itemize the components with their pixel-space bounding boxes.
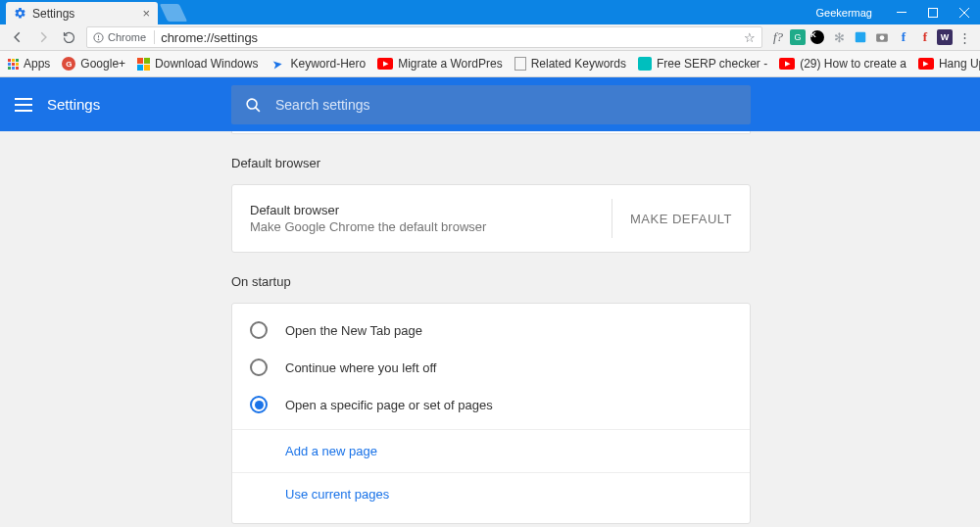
bookmark-serp[interactable]: Free SERP checker - [638,57,767,71]
menu-icon[interactable]: ⋮ [955,27,974,47]
new-tab-button[interactable] [160,4,187,22]
radio-label: Open a specific page or set of pages [285,398,493,412]
minimize-button[interactable] [886,0,917,24]
window-close-button[interactable] [949,0,980,24]
bookmark-keyword-hero[interactable]: ➤Keyword-Hero [270,56,366,72]
ext-save-icon[interactable] [851,27,870,47]
profile-name[interactable]: Geekermag [816,7,872,19]
default-browser-card: Default browser Make Google Chrome the d… [231,184,751,253]
security-indicator[interactable]: Chrome [93,30,155,44]
bookmark-related[interactable]: Related Keywords [514,57,626,71]
svg-point-3 [98,38,99,39]
star-icon[interactable]: ☆ [744,30,756,45]
content-scroll-area[interactable]: Default browser Default browser Make Goo… [0,131,980,527]
close-icon[interactable]: × [142,6,150,21]
omnibox[interactable]: Chrome chrome://settings ☆ [86,26,762,48]
youtube-icon: ▶ [779,58,795,70]
default-browser-label: Default browser [250,203,604,217]
svg-point-6 [880,35,885,40]
radio-button-selected[interactable] [250,396,268,413]
radio-label: Open the New Tab page [285,323,422,338]
search-input[interactable] [275,97,737,113]
startup-option-new-tab[interactable]: Open the New Tab page [232,311,750,349]
hamburger-menu[interactable] [0,98,47,112]
back-button[interactable] [6,25,29,49]
apps-icon [8,59,19,70]
settings-header: Settings [0,77,980,131]
bookmarks-bar: Apps GGoogle+ Download Windows ➤Keyword-… [0,51,980,77]
ext-w-icon[interactable]: W [937,29,953,45]
bookmark-apps[interactable]: Apps [8,57,50,71]
page-title: Settings [47,96,100,113]
url-text: chrome://settings [161,30,744,45]
divider [612,199,612,238]
svg-rect-1 [929,8,938,17]
serp-icon [638,57,652,71]
add-new-page-link[interactable]: Add a new page [285,444,377,458]
svg-rect-8 [15,104,32,106]
googleplus-icon: G [62,57,75,71]
card-edge [231,131,751,134]
bookmark-migrate[interactable]: ▶Migrate a WordPres [377,57,502,71]
make-default-button[interactable]: MAKE DEFAULT [630,212,732,226]
bookmark-howto[interactable]: ▶(29) How to create a [779,57,906,71]
ext-facebook-icon[interactable]: f [894,27,913,47]
address-bar: Chrome chrome://settings ☆ f? G K ✻ f f … [0,24,980,51]
window-titlebar: Settings × Geekermag [0,0,980,24]
svg-rect-4 [856,32,866,43]
page-icon [514,57,526,71]
on-startup-card: Open the New Tab page Continue where you… [231,303,751,524]
ext-f-icon[interactable]: f [915,27,935,47]
radio-button[interactable] [250,359,268,376]
startup-option-specific[interactable]: Open a specific page or set of pages [232,386,750,423]
ext-circle-icon[interactable]: K [808,27,827,47]
microsoft-icon [137,58,150,71]
svg-rect-7 [15,98,32,100]
youtube-icon: ▶ [377,58,393,70]
svg-rect-9 [15,110,32,112]
bookmark-googleplus[interactable]: GGoogle+ [62,57,125,71]
startup-option-continue[interactable]: Continue where you left off [232,349,750,386]
gear-icon [14,7,26,20]
forward-button[interactable] [31,25,55,49]
use-current-pages-row[interactable]: Use current pages [232,472,750,515]
search-settings-box[interactable] [231,85,751,124]
radio-label: Continue where you left off [285,360,436,375]
reload-button[interactable] [57,25,80,49]
browser-tab[interactable]: Settings × [6,2,158,24]
section-title-default-browser: Default browser [231,156,751,170]
use-current-pages-link[interactable]: Use current pages [285,487,389,502]
radio-button[interactable] [250,321,268,339]
bookmark-hangups[interactable]: ▶Hang Ups (Want You [918,57,980,71]
ext-snowflake-icon[interactable]: ✻ [829,27,849,47]
search-icon [245,97,262,114]
bookmark-download-windows[interactable]: Download Windows [137,57,258,71]
default-browser-description: Make Google Chrome the default browser [250,219,604,234]
add-new-page-row[interactable]: Add a new page [232,429,750,472]
tab-title: Settings [32,7,142,21]
keyword-hero-icon: ➤ [269,55,286,72]
security-label: Chrome [108,31,146,43]
maximize-button[interactable] [917,0,949,24]
ext-grammarly-icon[interactable]: G [790,29,806,45]
svg-rect-0 [897,12,906,13]
svg-point-10 [247,99,257,109]
section-title-on-startup: On startup [231,274,751,289]
youtube-icon: ▶ [918,58,934,70]
ext-fontface-icon[interactable]: f? [768,27,788,47]
ext-camera-icon[interactable] [872,27,892,47]
